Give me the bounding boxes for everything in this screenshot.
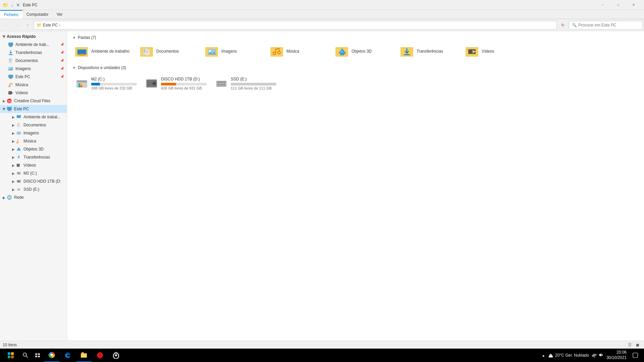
svg-rect-21: [17, 123, 20, 127]
drives-section-header[interactable]: ▼ Dispositivos e unidades (3): [72, 65, 639, 70]
quick-access-icon2[interactable]: ↓: [11, 2, 13, 8]
drive-item-ssd[interactable]: SSD (E:) 111 GB livres de 111 GB: [212, 73, 279, 94]
svg-rect-69: [77, 81, 87, 82]
taskbar-settings[interactable]: [109, 349, 123, 362]
network-icon[interactable]: [592, 352, 597, 359]
sidebar-child-videos[interactable]: ▶ Vídeos: [0, 161, 67, 169]
sidebar-child-documents[interactable]: ▶ Documentos: [0, 121, 67, 129]
tab-ficheiro[interactable]: Ficheiro: [0, 10, 22, 19]
volume-icon[interactable]: [598, 352, 604, 359]
sidebar-child-ssd[interactable]: ▶ SSD (E:): [0, 185, 67, 193]
svg-rect-102: [82, 352, 84, 354]
drive-ssd-fill: [231, 83, 276, 85]
sidebar-child-music[interactable]: ▶ Música: [0, 137, 67, 145]
svg-text:Cc: Cc: [8, 100, 12, 103]
svg-rect-101: [81, 354, 87, 358]
sidebar-item-videos-quick[interactable]: Vídeos: [0, 89, 67, 97]
notification-button[interactable]: [629, 349, 641, 362]
sidebar-child-desktop[interactable]: ▶ Ambiente de trabal...: [0, 113, 67, 121]
pin-icon-3: 📌: [60, 59, 64, 62]
sidebar-item-rede[interactable]: ▶ Rede: [0, 193, 67, 201]
drive-hdd-icon: [145, 77, 158, 90]
folder-item-videos[interactable]: Vídeos: [463, 43, 527, 60]
sidebar-item-este-pc-quick[interactable]: Este PC 📌: [0, 73, 67, 81]
sidebar-item-creative-cloud[interactable]: ▶ Cc Creative Cloud Files: [0, 97, 67, 105]
sidebar-child-m2[interactable]: ▶ M2 (C:): [0, 169, 67, 177]
forward-button[interactable]: →: [12, 20, 21, 30]
taskbar-search[interactable]: [20, 349, 31, 362]
sidebar-item-creative-cloud-label: Creative Cloud Files: [14, 99, 50, 103]
svg-rect-87: [223, 84, 225, 85]
pin-icon-5: 📌: [60, 75, 64, 78]
svg-rect-26: [17, 173, 20, 173]
sidebar-child-images[interactable]: ▶ Imagens: [0, 129, 67, 137]
taskbar-opera[interactable]: [93, 349, 107, 362]
sidebar-item-downloads[interactable]: Transferências 📌: [0, 49, 67, 57]
svg-rect-81: [148, 84, 151, 85]
folder-item-desktop[interactable]: Ambiente de trabalho: [72, 43, 136, 60]
quick-access-icon3[interactable]: ✕: [16, 2, 20, 8]
sidebar-child-m2-label: M2 (C:): [23, 171, 37, 176]
folder-item-images[interactable]: Imagens: [203, 43, 266, 60]
taskbar-edge[interactable]: [60, 349, 75, 362]
sidebar-child-downloads-label: Transferências: [23, 155, 50, 160]
search-box[interactable]: 🔍: [569, 21, 643, 29]
svg-rect-22: [17, 132, 21, 135]
taskbar-clock[interactable]: 20:06 30/10/2021: [606, 350, 627, 360]
svg-rect-38: [78, 55, 85, 56]
folders-section-header[interactable]: ▼ Pastas (7): [72, 35, 639, 40]
quick-access-header[interactable]: ▶ Acesso Rápido: [0, 33, 67, 41]
tab-ver[interactable]: Ver: [53, 10, 67, 19]
system-tray-arrow[interactable]: ▲: [542, 354, 545, 357]
svg-rect-90: [8, 356, 10, 358]
svg-rect-80: [148, 83, 152, 83]
sidebar-item-documents[interactable]: Documentos 📌: [0, 57, 67, 65]
drive-item-m2[interactable]: M2 (C:) 188 GB livres de 232 GB: [72, 73, 140, 94]
minimize-button[interactable]: −: [595, 0, 610, 10]
up-button[interactable]: ↑: [23, 20, 32, 30]
refresh-button[interactable]: ↻: [558, 20, 568, 30]
sidebar-item-music-quick[interactable]: Música: [0, 81, 67, 89]
sidebar-item-desktop[interactable]: Ambiente de trab... 📌: [0, 41, 67, 49]
creative-cloud-icon: Cc: [7, 98, 12, 104]
folder-item-3d[interactable]: Objetos 3D: [333, 43, 396, 60]
svg-marker-109: [599, 353, 601, 357]
drive-ssd-info: SSD (E:) 111 GB livres de 111 GB: [231, 77, 276, 90]
svg-marker-23: [17, 147, 21, 150]
back-button[interactable]: ←: [1, 20, 11, 30]
maximize-button[interactable]: □: [610, 0, 626, 10]
close-button[interactable]: ✕: [626, 0, 641, 10]
window-controls: − □ ✕: [595, 0, 641, 10]
drive-ssd-space: 111 GB livres de 111 GB: [231, 86, 276, 90]
sidebar-item-images[interactable]: Imagens 📌: [0, 65, 67, 73]
folder-item-music[interactable]: Música: [268, 43, 331, 60]
taskbar-taskview[interactable]: [32, 349, 43, 362]
sidebar-child-3d-label: Objetos 3D: [23, 147, 44, 152]
sidebar-child-3d[interactable]: ▶ Objetos 3D: [0, 145, 67, 153]
address-path[interactable]: 📁 Este PC ›: [34, 21, 557, 29]
tab-computador[interactable]: Computador: [22, 10, 53, 19]
taskbar-weather[interactable]: 20°C Ger. Nublado: [548, 352, 589, 358]
folder-item-documents[interactable]: Documentos: [138, 43, 201, 60]
svg-rect-97: [38, 356, 40, 357]
view-details-button[interactable]: ☰: [626, 342, 633, 348]
sidebar-child-hdd[interactable]: ▶ DISCO HDD 1TB (D:: [0, 177, 67, 185]
sidebar-item-este-pc[interactable]: ▶ Este PC: [0, 105, 67, 113]
weather-text: 20°C Ger. Nublado: [555, 353, 589, 358]
svg-point-92: [23, 353, 26, 356]
view-large-button[interactable]: ◼: [634, 342, 641, 348]
drive-item-hdd[interactable]: DISCO HDD 1TB (D:) 626 GB livres de 931 …: [142, 73, 209, 94]
taskbar-chrome[interactable]: [44, 349, 59, 362]
drives-section-title: Dispositivos e unidades (3): [78, 65, 126, 70]
svg-rect-48: [146, 53, 148, 53]
quick-access-icon1[interactable]: 📁: [3, 2, 8, 8]
folder-music-icon: [270, 45, 284, 57]
search-icon: 🔍: [572, 23, 577, 27]
sidebar-child-downloads[interactable]: ▶ Transferências: [0, 153, 67, 161]
taskbar-explorer[interactable]: [76, 349, 91, 362]
folder-item-downloads[interactable]: Transferências: [398, 43, 462, 60]
svg-rect-18: [8, 110, 10, 111]
start-button[interactable]: [3, 349, 19, 362]
svg-rect-72: [80, 83, 82, 85]
search-input[interactable]: [578, 23, 640, 27]
